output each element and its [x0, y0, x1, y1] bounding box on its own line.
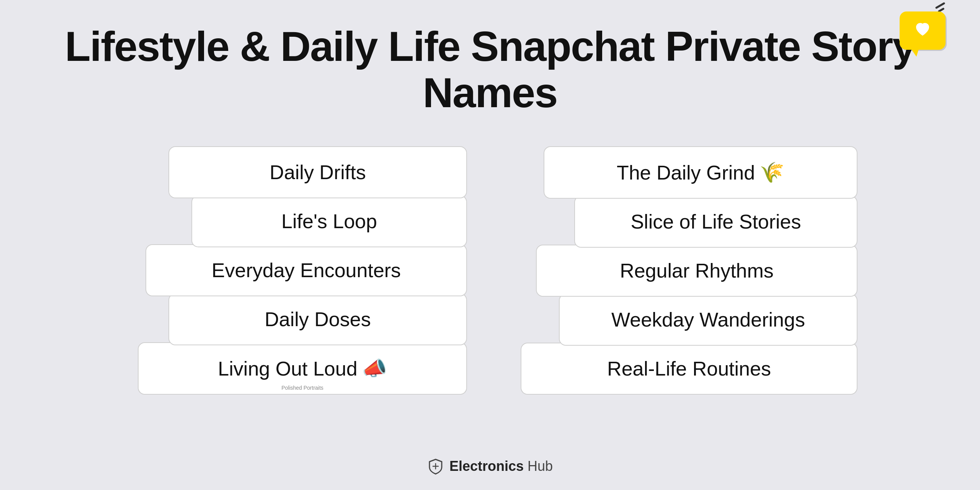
left-card-5-text: Living Out Loud	[218, 357, 357, 380]
footer: Electronics Hub	[427, 458, 553, 475]
right-card-4: Weekday Wanderings	[559, 294, 858, 346]
left-card-5: Living Out Loud 📣 Polished Portraits	[138, 342, 467, 395]
left-card-2: Life's Loop	[191, 195, 467, 247]
right-card-1-text: The Daily Grind	[617, 161, 755, 184]
left-column: Daily Drifts Life's Loop Everyday Encoun…	[122, 146, 467, 395]
right-card-4-text: Weekday Wanderings	[611, 308, 805, 331]
left-card-3-text: Everyday Encounters	[212, 259, 401, 282]
left-card-5-emoji: 📣	[362, 357, 387, 380]
right-card-3-text: Regular Rhythms	[620, 259, 774, 282]
right-card-2: Slice of Life Stories	[574, 196, 858, 248]
logo-icon	[900, 11, 949, 54]
footer-brand: Electronics Hub	[449, 458, 553, 474]
left-card-4-text: Daily Doses	[265, 308, 371, 331]
footer-brand-bold: Electronics	[449, 458, 524, 474]
right-column: The Daily Grind 🌾 Slice of Life Stories …	[513, 146, 858, 395]
left-card-1-text: Daily Drifts	[270, 161, 366, 184]
right-card-5: Real-Life Routines	[521, 343, 858, 395]
left-card-4: Daily Doses	[168, 293, 467, 345]
left-card-2-text: Life's Loop	[281, 210, 377, 233]
right-card-5-text: Real-Life Routines	[607, 357, 771, 380]
page-title: Lifestyle & Daily Life Snapchat Private …	[38, 23, 942, 116]
right-card-1: The Daily Grind 🌾	[544, 146, 858, 199]
left-card-3: Everyday Encounters	[145, 244, 467, 296]
left-card-1: Daily Drifts	[168, 146, 467, 198]
heart-chat-bubble	[900, 11, 946, 50]
right-card-2-text: Slice of Life Stories	[630, 210, 801, 233]
page-container: Lifestyle & Daily Life Snapchat Private …	[0, 0, 980, 490]
electronics-hub-logo-icon	[427, 458, 444, 475]
footer-hub-label: Hub	[528, 458, 553, 474]
polished-portraits-label: Polished Portraits	[281, 385, 323, 391]
content-area: Daily Drifts Life's Loop Everyday Encoun…	[38, 146, 942, 395]
right-card-3: Regular Rhythms	[536, 245, 858, 297]
right-card-1-emoji: 🌾	[760, 161, 784, 184]
heart-icon	[911, 19, 934, 42]
